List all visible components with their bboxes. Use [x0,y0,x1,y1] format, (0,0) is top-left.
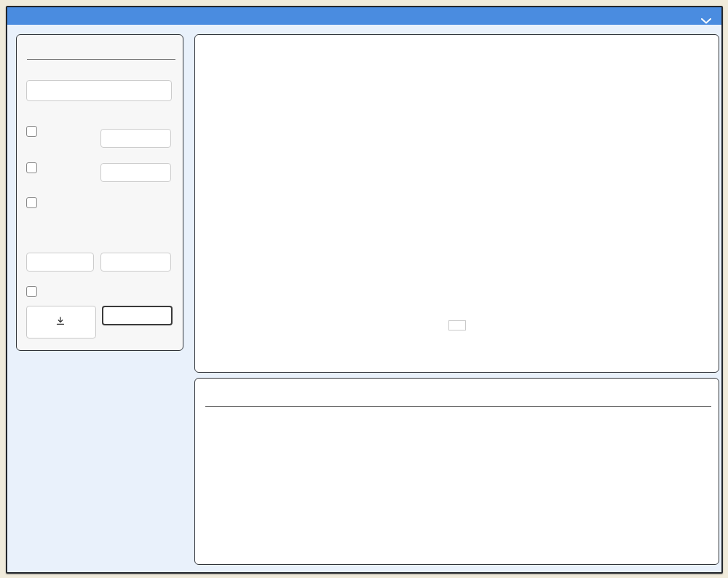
chevron-down-icon[interactable] [701,14,711,27]
checkbox-icon [26,126,37,137]
checkbox-icon [26,162,37,173]
divider [27,59,175,60]
divider [205,406,711,407]
saved-data-panel [194,378,719,565]
add-horizontal-line-checkbox[interactable] [26,125,96,137]
clear-data-button[interactable] [102,306,173,325]
add-vertical-line-checkbox[interactable] [26,162,42,173]
adjust-visualization-panel [16,34,183,351]
checkbox-icon [26,286,37,297]
line-date-input[interactable] [100,163,171,182]
add-nber-recession-shading-checkbox[interactable] [26,197,42,208]
accordion-header[interactable] [7,7,721,25]
align-zero-lines-checkbox[interactable] [26,285,42,297]
checkbox-icon [26,197,37,208]
finished-xlabels-input[interactable] [100,253,171,272]
title-input[interactable] [26,80,172,101]
download-icon [56,317,65,325]
chart-panel [194,34,719,373]
data-finder-xlabels-input[interactable] [26,253,94,272]
app-window [6,6,723,574]
line-value-input[interactable] [100,129,171,148]
download-data-button[interactable] [26,306,96,339]
chart-legend [448,320,466,330]
